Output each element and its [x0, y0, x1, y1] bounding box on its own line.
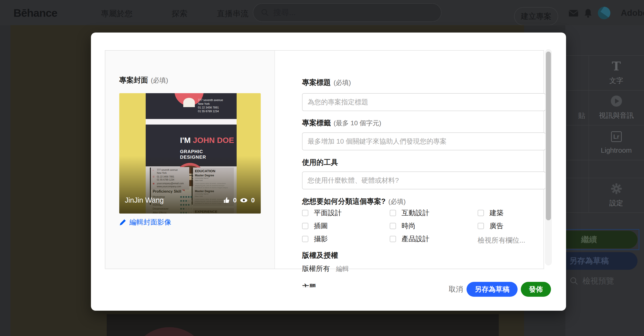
view-preview-link[interactable]: 檢視預覽: [570, 276, 614, 286]
category-section-heading: 您想要如何分類這個專案? (必填): [302, 197, 406, 206]
cancel-button[interactable]: 取消: [444, 282, 468, 297]
magnifier-icon: [570, 276, 578, 285]
checkbox[interactable]: [390, 223, 396, 229]
project-title-input[interactable]: 為您的專案指定標題: [302, 93, 546, 111]
category-option-product-design[interactable]: 產品設計: [390, 234, 430, 244]
gear-icon: [610, 183, 622, 195]
tool-tile-video-audio[interactable]: 視訊與音訊: [588, 90, 644, 125]
copyright-edit-link[interactable]: 編輯: [336, 264, 349, 273]
tools-section-heading: 使用的工具: [302, 157, 338, 167]
project-cover-preview[interactable]: 777 seventh avenue New York 01 22 3456 7…: [119, 93, 261, 214]
nav-item-explore[interactable]: 探索: [172, 8, 188, 19]
tools-used-input[interactable]: 您使用什麼軟體、硬體或材料?: [302, 172, 546, 189]
publish-project-modal: 專案封面 (必填) 777 seventh avenue New York 01…: [91, 33, 566, 311]
nav-item-for-you[interactable]: 專屬於您: [101, 8, 132, 19]
modal-scrollbar-thumb[interactable]: [546, 52, 551, 220]
tool-tile-text[interactable]: T 文字: [588, 55, 644, 90]
view-all-fields-link[interactable]: 檢視所有欄位...: [478, 236, 525, 245]
search-input[interactable]: 搜尋...: [253, 3, 442, 22]
copyright-value: 版權所有: [302, 264, 330, 273]
search-icon: [261, 8, 269, 17]
views-icon: [240, 197, 248, 204]
tags-section-heading: 專案標籤 (最多 10 個字元): [302, 118, 381, 128]
checkbox[interactable]: [390, 210, 396, 216]
messages-icon[interactable]: [568, 8, 579, 19]
checkbox[interactable]: [478, 223, 484, 229]
publish-button[interactable]: 發佈: [521, 282, 551, 297]
behance-logo[interactable]: Bēhance: [14, 7, 57, 19]
project-tags-input[interactable]: 最多增加 10 個關鍵字來協助人們發現您的專案: [302, 132, 546, 150]
notifications-icon[interactable]: [583, 8, 594, 19]
nav-item-livestreams[interactable]: 直播串流: [217, 8, 248, 19]
top-navbar: Bēhance 專屬於您 探索 直播串流 工作 搜尋... 建立專案 Adobe: [0, 0, 644, 25]
adobe-logo[interactable]: Adobe: [618, 7, 644, 19]
likes-count: 0: [233, 197, 237, 204]
save-as-draft-button[interactable]: 另存為草稿: [466, 282, 518, 297]
category-option-architecture[interactable]: 建築: [478, 208, 504, 218]
create-project-button[interactable]: 建立專案: [514, 7, 558, 25]
checkbox[interactable]: [478, 210, 484, 216]
lightroom-icon: Lr: [610, 131, 622, 143]
adobe-label: Adobe: [621, 8, 644, 18]
checkbox[interactable]: [302, 210, 308, 216]
edit-cover-image-link[interactable]: 編輯封面影像: [119, 218, 171, 227]
category-option-graphic-design[interactable]: 平面設計: [302, 208, 342, 218]
likes-icon: [223, 197, 230, 204]
play-icon: [610, 95, 622, 107]
avatar-image: [600, 7, 610, 18]
copyright-row: 版權所有 編輯: [302, 264, 349, 273]
title-section-heading: 專案標題 (必填): [302, 78, 351, 87]
cover-owner-name: JinJin Wang: [125, 196, 164, 205]
user-avatar[interactable]: [598, 7, 610, 19]
pencil-icon: [119, 219, 126, 226]
checkbox[interactable]: [390, 236, 396, 242]
tool-tile-lightroom[interactable]: Lr Lightroom: [588, 125, 644, 160]
cover-gradient-overlay: [119, 93, 261, 214]
cover-stats: 0 0: [223, 197, 255, 204]
views-count: 0: [251, 197, 255, 204]
panel-divider: [565, 160, 644, 160]
tool-tile-partial-label: 貼: [565, 111, 588, 121]
category-option-advertising[interactable]: 廣告: [478, 221, 504, 231]
checkbox[interactable]: [302, 236, 308, 242]
next-section-heading-clipped: 主題: [302, 283, 316, 287]
search-placeholder: 搜尋...: [273, 7, 296, 18]
project-content-image: [107, 314, 499, 336]
cover-section-heading: 專案封面 (必填): [119, 75, 168, 85]
modal-content-box: 專案封面 (必填) 777 seventh avenue New York 01…: [105, 50, 544, 269]
category-option-illustration[interactable]: 插圖: [302, 221, 328, 231]
category-option-photography[interactable]: 攝影: [302, 234, 328, 244]
project-red-circle-graphic: [130, 327, 209, 336]
category-option-ui-ux[interactable]: 互動設計: [390, 208, 430, 218]
copyright-section-heading: 版權及授權: [302, 250, 338, 260]
text-tool-icon: T: [610, 60, 622, 72]
checkbox[interactable]: [302, 223, 308, 229]
tool-tile-settings[interactable]: 設定: [588, 178, 644, 213]
behance-publish-screen: Bēhance 專屬於您 探索 直播串流 工作 搜尋... 建立專案 Adobe: [0, 0, 644, 336]
editor-tools-panel: T 文字 視訊與音訊 Lr Lightroom: [565, 25, 644, 336]
category-option-fashion[interactable]: 時尚: [390, 221, 416, 231]
